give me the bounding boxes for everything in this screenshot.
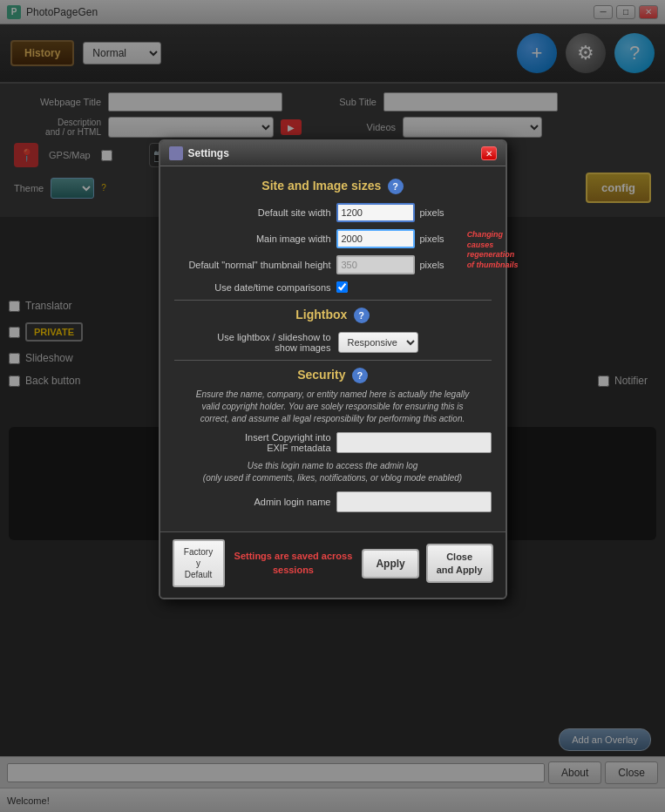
divider-2 xyxy=(174,360,492,361)
modal-footer: FactoryyDefault Settings are saved acros… xyxy=(160,531,506,598)
modal-titlebar: Settings ✕ xyxy=(160,141,506,166)
admin-notice: Use this login name to access the admin … xyxy=(174,460,492,484)
site-width-label: Default site width xyxy=(174,207,331,218)
thumbnail-height-row: Default "normal" thumbnail height pixels xyxy=(174,255,492,274)
thumbnail-height-pixels: pixels xyxy=(420,260,444,270)
modal-body: Site and Image sizes ? Default site widt… xyxy=(160,166,506,531)
modal-close-button[interactable]: ✕ xyxy=(481,146,497,160)
datetime-label: Use date/time comparisons xyxy=(174,282,331,293)
copyright-row: Insert Copyright intoEXIF metadata xyxy=(174,432,492,453)
annotation-text: Changingcausesregenerationof thumbnails xyxy=(467,230,519,271)
divider-1 xyxy=(174,300,492,301)
admin-login-label: Admin login name xyxy=(174,497,331,507)
thumbnail-height-input[interactable] xyxy=(336,255,415,274)
datetime-checkbox[interactable] xyxy=(336,281,348,293)
site-image-title: Site and Image sizes xyxy=(261,179,381,193)
main-image-width-input[interactable] xyxy=(336,229,415,248)
lightbox-section-header: Lightbox ? xyxy=(174,308,492,323)
site-width-pixels: pixels xyxy=(420,207,444,218)
apply-button[interactable]: Apply xyxy=(362,549,418,579)
lightbox-row: Use lightbox / slideshow toshow images R… xyxy=(174,332,492,353)
factory-default-button[interactable]: FactoryyDefault xyxy=(173,539,225,587)
security-section-header: Security ? xyxy=(174,368,492,383)
close-apply-button[interactable]: Closeand Apply xyxy=(426,544,493,583)
site-width-input[interactable] xyxy=(336,203,415,222)
security-help-icon[interactable]: ? xyxy=(352,368,368,383)
lightbox-label: Use lightbox / slideshow toshow images xyxy=(174,332,331,353)
modal-overlay: Settings ✕ Site and Image sizes ? Defaul… xyxy=(0,0,665,812)
settings-dialog: Settings ✕ Site and Image sizes ? Defaul… xyxy=(159,139,507,599)
main-image-width-row: Main image width pixels Changingcausesre… xyxy=(174,229,492,248)
saved-text: Settings are saved across sessions xyxy=(232,550,356,577)
lightbox-title: Lightbox xyxy=(295,308,347,321)
modal-title: Settings xyxy=(188,147,229,159)
security-description: Ensure the name, company, or entity name… xyxy=(174,389,492,425)
datetime-row: Use date/time comparisons xyxy=(174,281,492,293)
lightbox-help-icon[interactable]: ? xyxy=(354,308,370,323)
admin-login-row: Admin login name xyxy=(174,491,492,512)
lightbox-dropdown[interactable]: Responsive Fixed None xyxy=(338,332,418,353)
site-width-row: Default site width pixels xyxy=(174,203,492,222)
site-image-help-icon[interactable]: ? xyxy=(388,179,404,194)
copyright-input[interactable] xyxy=(336,432,492,453)
main-image-pixels: pixels xyxy=(420,233,444,244)
modal-icon xyxy=(169,146,183,160)
thumbnail-height-label: Default "normal" thumbnail height xyxy=(174,260,331,270)
site-image-section-header: Site and Image sizes ? xyxy=(174,179,492,194)
copyright-label: Insert Copyright intoEXIF metadata xyxy=(174,432,331,453)
security-title: Security xyxy=(297,368,345,382)
main-image-width-label: Main image width xyxy=(174,233,331,244)
admin-login-input[interactable] xyxy=(336,491,492,512)
